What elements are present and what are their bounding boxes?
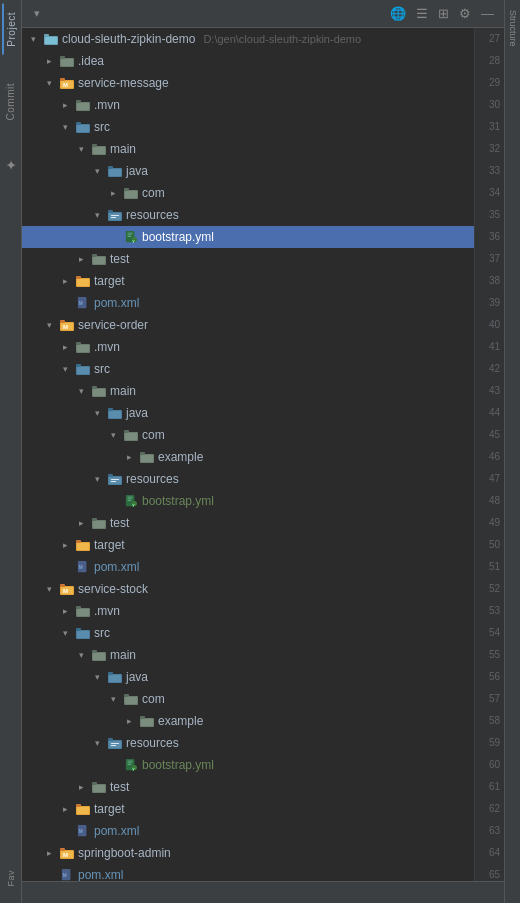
tree-item-28[interactable]: src xyxy=(22,622,474,644)
tree-item-23[interactable]: test xyxy=(22,512,474,534)
tree-item-10[interactable]: y bootstrap.yml xyxy=(22,226,474,248)
arrow-collapsed[interactable] xyxy=(74,252,88,266)
svg-rect-122 xyxy=(76,804,81,807)
arrow-expanded[interactable] xyxy=(106,428,120,442)
tree-item-35[interactable]: test xyxy=(22,776,474,798)
arrow-expanded[interactable] xyxy=(74,142,88,156)
tree-item-39[interactable]: M pom.xml xyxy=(22,864,474,881)
tab-favorites[interactable]: Fav xyxy=(4,862,18,895)
tree-item-5[interactable]: src xyxy=(22,116,474,138)
arrow-collapsed[interactable] xyxy=(58,98,72,112)
arrow-expanded[interactable] xyxy=(42,76,56,90)
arrow-collapsed[interactable] xyxy=(74,780,88,794)
tree-item-14[interactable]: M service-order xyxy=(22,314,474,336)
tree-item-26[interactable]: M service-stock xyxy=(22,578,474,600)
arrow-collapsed[interactable] xyxy=(122,714,136,728)
tree-item-label: main xyxy=(110,648,136,662)
project-dropdown-arrow[interactable]: ▾ xyxy=(34,7,40,20)
svg-rect-55 xyxy=(92,386,97,389)
arrow-expanded[interactable] xyxy=(58,626,72,640)
tree-item-25[interactable]: M pom.xml xyxy=(22,556,474,578)
tree-item-27[interactable]: .mvn xyxy=(22,600,474,622)
arrow-collapsed[interactable] xyxy=(122,450,136,464)
settings-icon[interactable]: ⚙ xyxy=(457,4,473,23)
arrow-collapsed[interactable] xyxy=(58,340,72,354)
tree-item-17[interactable]: main xyxy=(22,380,474,402)
file-icon xyxy=(123,428,139,442)
arrow-collapsed[interactable] xyxy=(58,802,72,816)
toolbar-icons: 🌐 ☰ ⊞ ⚙ — xyxy=(388,4,496,23)
minimize-icon[interactable]: — xyxy=(479,4,496,23)
svg-text:M: M xyxy=(79,829,83,834)
arrow-collapsed[interactable] xyxy=(42,54,56,68)
arrow-expanded[interactable] xyxy=(106,692,120,706)
tree-item-1[interactable]: cloud-sleuth-zipkin-demo D:\gen\cloud-sl… xyxy=(22,28,474,50)
tree-item-30[interactable]: java xyxy=(22,666,474,688)
tree-item-19[interactable]: com xyxy=(22,424,474,446)
tree-item-33[interactable]: resources xyxy=(22,732,474,754)
tab-extra[interactable]: ✦ xyxy=(1,148,21,181)
arrow-collapsed[interactable] xyxy=(42,846,56,860)
tree-item-2[interactable]: .idea xyxy=(22,50,474,72)
arrow-expanded[interactable] xyxy=(90,670,104,684)
file-icon: M xyxy=(59,868,75,881)
tab-project[interactable]: Project xyxy=(2,4,19,55)
tree-item-38[interactable]: M springboot-admin xyxy=(22,842,474,864)
file-icon xyxy=(107,164,123,178)
tree-item-20[interactable]: example xyxy=(22,446,474,468)
arrow-collapsed[interactable] xyxy=(58,604,72,618)
arrow-collapsed[interactable] xyxy=(74,516,88,530)
arrow-collapsed[interactable] xyxy=(58,274,72,288)
grid-icon[interactable]: ⊞ xyxy=(436,4,451,23)
tree-item-12[interactable]: target xyxy=(22,270,474,292)
tree-item-15[interactable]: .mvn xyxy=(22,336,474,358)
line-number: 46 xyxy=(489,446,500,468)
arrow-expanded[interactable] xyxy=(74,648,88,662)
svg-text:M: M xyxy=(63,82,68,88)
tree-item-36[interactable]: target xyxy=(22,798,474,820)
tree-item-6[interactable]: main xyxy=(22,138,474,160)
tree-item-9[interactable]: resources xyxy=(22,204,474,226)
tab-structure[interactable]: Structure xyxy=(507,4,519,53)
arrow-expanded[interactable] xyxy=(42,318,56,332)
arrow-collapsed[interactable] xyxy=(106,186,120,200)
tree-item-4[interactable]: .mvn xyxy=(22,94,474,116)
arrow-collapsed[interactable] xyxy=(58,538,72,552)
tree-item-16[interactable]: src xyxy=(22,358,474,380)
globe-icon[interactable]: 🌐 xyxy=(388,4,408,23)
tree-item-8[interactable]: com xyxy=(22,182,474,204)
arrow-expanded[interactable] xyxy=(58,120,72,134)
arrow-expanded[interactable] xyxy=(90,164,104,178)
svg-rect-5 xyxy=(61,59,73,66)
tree-item-37[interactable]: M pom.xml xyxy=(22,820,474,842)
tree-item-7[interactable]: java xyxy=(22,160,474,182)
tree-item-22[interactable]: y bootstrap.yml xyxy=(22,490,474,512)
arrow-expanded[interactable] xyxy=(42,582,56,596)
arrow-expanded[interactable] xyxy=(90,208,104,222)
arrow-expanded[interactable] xyxy=(90,472,104,486)
tree-item-24[interactable]: target xyxy=(22,534,474,556)
tree-item-29[interactable]: main xyxy=(22,644,474,666)
tree-item-18[interactable]: java xyxy=(22,402,474,424)
line-number: 56 xyxy=(489,666,500,688)
line-number: 47 xyxy=(489,468,500,490)
tree-item-32[interactable]: example xyxy=(22,710,474,732)
tree-item-3[interactable]: M service-message xyxy=(22,72,474,94)
svg-rect-68 xyxy=(109,477,121,484)
arrow-expanded[interactable] xyxy=(58,362,72,376)
svg-rect-113 xyxy=(128,761,133,762)
tree-item-13[interactable]: M pom.xml xyxy=(22,292,474,314)
tree-item-34[interactable]: y bootstrap.yml xyxy=(22,754,474,776)
tree-item-21[interactable]: resources xyxy=(22,468,474,490)
arrow-expanded[interactable] xyxy=(74,384,88,398)
svg-rect-37 xyxy=(92,254,97,257)
arrow-expanded[interactable] xyxy=(26,32,40,46)
list-icon[interactable]: ☰ xyxy=(414,4,430,23)
tree-item-11[interactable]: test xyxy=(22,248,474,270)
arrow-expanded[interactable] xyxy=(90,406,104,420)
main-area: ▾ 🌐 ☰ ⊞ ⚙ — cloud-sleuth-zipkin-demo D:\… xyxy=(22,0,504,903)
arrow-expanded[interactable] xyxy=(90,736,104,750)
line-number: 32 xyxy=(489,138,500,160)
tree-item-31[interactable]: com xyxy=(22,688,474,710)
tab-commit[interactable]: Commit xyxy=(3,75,18,128)
